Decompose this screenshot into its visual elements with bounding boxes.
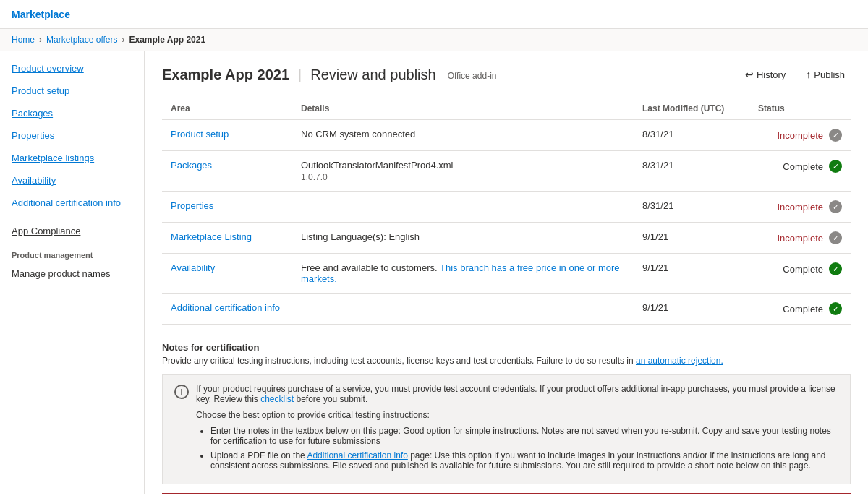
info-box: i If your product requires purchase of a…	[162, 374, 851, 484]
sidebar-item-availability[interactable]: Availability	[0, 169, 144, 192]
notes-description: Provide any critical testing instruction…	[162, 356, 851, 366]
area-link-1[interactable]: Packages	[171, 160, 212, 171]
table-row: Additional certification info9/1/21Compl…	[162, 294, 851, 325]
sidebar-item-product-setup[interactable]: Product setup	[0, 80, 144, 102]
page-tag: Office add-in	[448, 71, 497, 81]
page-subtitle: Review and publish	[310, 67, 435, 83]
table-row: Product setupNo CRM system connected8/31…	[162, 120, 851, 151]
table-cell-area: Product setup	[162, 120, 292, 151]
table-cell-status: Complete✓	[749, 151, 851, 192]
info-bullet-1: Enter the notes in the textbox below on …	[210, 426, 838, 446]
table-cell-area: Properties	[162, 192, 292, 223]
table-cell-area: Availability	[162, 254, 292, 294]
publish-icon: ↑	[806, 69, 811, 80]
info-text-2: before you submit.	[297, 394, 368, 404]
history-icon: ↩	[745, 69, 754, 80]
sidebar-item-product-overview[interactable]: Product overview	[0, 57, 144, 80]
table-cell-status: Complete✓	[749, 254, 851, 294]
status-icon: ✓	[829, 200, 842, 213]
table-cell-status: Incomplete✓	[749, 192, 851, 223]
app-logo: Marketplace	[12, 9, 70, 20]
table-cell-area: Packages	[162, 151, 292, 192]
table-cell-details: Free and available to customers. This br…	[292, 254, 634, 294]
table-cell-details: OutlookTranslatorManifestProd4.xml1.0.7.…	[292, 151, 634, 192]
table-cell-details	[292, 192, 634, 223]
status-icon: ✓	[829, 262, 842, 275]
table-cell-modified: 9/1/21	[634, 294, 749, 325]
area-link-0[interactable]: Product setup	[171, 129, 229, 140]
history-label: History	[757, 69, 786, 80]
status-text: Complete	[783, 304, 823, 314]
publish-header-button[interactable]: ↑ Publish	[800, 66, 851, 83]
status-icon: ✓	[829, 160, 842, 173]
area-link-5[interactable]: Additional certification info	[171, 302, 280, 313]
breadcrumb-sep-1: ›	[39, 35, 42, 45]
area-link-4[interactable]: Availability	[171, 262, 215, 273]
page-header: Example App 2021 | Review and publish Of…	[162, 66, 851, 83]
sidebar-item-properties[interactable]: Properties	[0, 124, 144, 147]
table-cell-status: Incomplete✓	[749, 120, 851, 151]
breadcrumb: Home › Marketplace offers › Example App …	[0, 29, 868, 51]
table-cell-area: Additional certification info	[162, 294, 292, 325]
review-table: Area Details Last Modified (UTC) Status …	[162, 98, 851, 325]
table-cell-details	[292, 294, 634, 325]
info-checklist-link[interactable]: checklist	[260, 394, 294, 404]
status-text: Incomplete	[777, 202, 823, 213]
info-icon: i	[174, 385, 189, 399]
sidebar-item-manage-product-names[interactable]: Manage product names	[0, 262, 144, 285]
notes-desc-link[interactable]: an automatic rejection.	[636, 356, 723, 366]
table-cell-modified: 8/31/21	[634, 192, 749, 223]
info-bullet-2: Upload a PDF file on the Additional cert…	[210, 450, 838, 471]
page-title: Example App 2021	[162, 67, 289, 83]
table-cell-details: No CRM system connected	[292, 120, 634, 151]
notes-section: Notes for certification Provide any crit…	[162, 342, 851, 494]
sidebar-item-marketplace-listings[interactable]: Marketplace listings	[0, 147, 144, 169]
table-cell-modified: 8/31/21	[634, 151, 749, 192]
status-icon: ✓	[829, 129, 842, 142]
breadcrumb-current: Example App 2021	[129, 35, 206, 45]
main-layout: Product overview Product setup Packages …	[0, 51, 868, 494]
area-link-2[interactable]: Properties	[171, 200, 213, 211]
status-text: Complete	[783, 264, 823, 275]
table-cell-modified: 9/1/21	[634, 223, 749, 254]
top-bar: Marketplace	[0, 0, 868, 29]
table-cell-status: Complete✓	[749, 294, 851, 325]
sidebar-section-label: Product management	[0, 242, 144, 262]
area-link-3[interactable]: Marketplace Listing	[171, 231, 252, 242]
additional-cert-link[interactable]: Additional certification info	[307, 450, 407, 461]
table-row: AvailabilityFree and available to custom…	[162, 254, 851, 294]
notes-desc-text: Provide any critical testing instruction…	[162, 356, 634, 366]
table-row: PackagesOutlookTranslatorManifestProd4.x…	[162, 151, 851, 192]
main-content: Example App 2021 | Review and publish Of…	[145, 51, 868, 494]
status-text: Complete	[783, 161, 823, 172]
breadcrumb-sep-2: ›	[122, 35, 125, 45]
sidebar-item-additional-cert[interactable]: Additional certification info	[0, 192, 144, 214]
status-icon: ✓	[829, 302, 842, 315]
status-icon: ✓	[829, 231, 842, 244]
status-text: Incomplete	[777, 233, 823, 244]
col-header-modified: Last Modified (UTC)	[634, 98, 749, 120]
page-title-area: Example App 2021 | Review and publish Of…	[162, 67, 496, 83]
sidebar: Product overview Product setup Packages …	[0, 51, 145, 494]
publish-header-label: Publish	[814, 69, 845, 80]
sidebar-item-packages[interactable]: Packages	[0, 102, 144, 124]
page-title-separator: |	[298, 67, 302, 83]
breadcrumb-home[interactable]: Home	[12, 35, 35, 45]
sidebar-item-app-compliance[interactable]: App Compliance	[0, 220, 144, 242]
certification-notes-textarea[interactable]	[162, 493, 851, 494]
status-text: Incomplete	[777, 130, 823, 141]
col-header-details: Details	[292, 98, 634, 120]
notes-title: Notes for certification	[162, 342, 851, 353]
table-cell-details: Listing Language(s): English	[292, 223, 634, 254]
history-button[interactable]: ↩ History	[739, 66, 791, 83]
info-content: If your product requires purchase of a s…	[196, 384, 838, 475]
table-cell-modified: 9/1/21	[634, 254, 749, 294]
info-bullets: Enter the notes in the textbox below on …	[196, 426, 838, 471]
table-cell-status: Incomplete✓	[749, 223, 851, 254]
table-row: Marketplace ListingListing Language(s): …	[162, 223, 851, 254]
page-header-actions: ↩ History ↑ Publish	[739, 66, 851, 83]
col-header-status: Status	[749, 98, 851, 120]
table-cell-modified: 8/31/21	[634, 120, 749, 151]
table-cell-area: Marketplace Listing	[162, 223, 292, 254]
breadcrumb-marketplace-offers[interactable]: Marketplace offers	[46, 35, 118, 45]
